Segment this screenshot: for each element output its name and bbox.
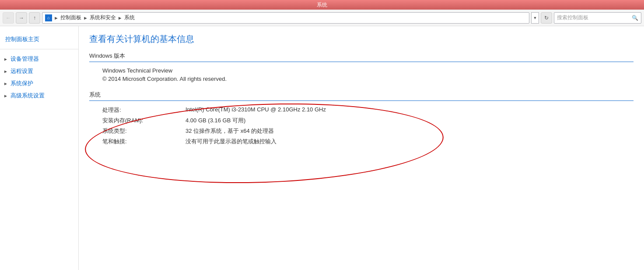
address-box[interactable]: ⌂ ► 控制面板 ► 系统和安全 ► 系统	[42, 12, 529, 24]
search-icon: 🔍	[632, 15, 638, 21]
refresh-icon: ↻	[544, 15, 549, 21]
windows-version-section: Windows 版本 Windows Technical Preview © 2…	[89, 52, 634, 82]
windows-version-name: Windows Technical Preview	[89, 67, 634, 74]
back-button[interactable]: ←	[3, 12, 14, 24]
copyright-text: © 2014 Microsoft Corporation. All rights…	[89, 76, 634, 82]
sidebar-item-device-manager[interactable]: ► 设备管理器	[0, 53, 78, 65]
forward-button[interactable]: →	[16, 12, 27, 24]
breadcrumb-sep-0: ►	[54, 15, 59, 21]
arrow-icon-3: ►	[4, 81, 8, 86]
breadcrumb-sep-2: ►	[118, 15, 122, 21]
ram-value: 4.00 GB (3.16 GB 可用)	[186, 117, 245, 125]
system-section: 系统 处理器: Intel(R) Core(TM) i3-2310M CPU @…	[89, 91, 634, 145]
title-text: 系统	[317, 1, 327, 9]
breadcrumb-sep-1: ►	[83, 15, 88, 21]
up-button[interactable]: ↑	[29, 12, 40, 24]
breadcrumb-part-1[interactable]: 系统和安全	[90, 14, 116, 21]
breadcrumb-part-2[interactable]: 系统	[124, 14, 135, 21]
sidebar-label-device-manager: 设备管理器	[10, 55, 39, 63]
breadcrumb-part-0[interactable]: 控制面板	[60, 14, 81, 21]
sidebar-label-system-protection: 系统保护	[10, 80, 33, 87]
folder-icon: ⌂	[45, 14, 52, 21]
main-content: 控制面板主页 ► 设备管理器 ► 远程设置 ► 系统保护 ► 高级系统设置 查看…	[0, 26, 644, 270]
dropdown-icon: ▼	[533, 16, 537, 20]
sidebar-label-remote-settings: 远程设置	[10, 67, 33, 75]
address-bar: ← → ↑ ⌂ ► 控制面板 ► 系统和安全 ► 系统 ▼ ↻ 搜索控制面板 🔍	[0, 10, 644, 26]
processor-value: Intel(R) Core(TM) i3-2310M CPU @ 2.10GHz…	[186, 106, 326, 114]
system-section-header: 系统	[89, 91, 634, 101]
back-icon: ←	[6, 15, 11, 21]
sidebar-label-advanced-settings: 高级系统设置	[10, 92, 45, 100]
sidebar-item-remote-settings[interactable]: ► 远程设置	[0, 65, 78, 77]
search-placeholder: 搜索控制面板	[557, 14, 588, 21]
sidebar-item-advanced-settings[interactable]: ► 高级系统设置	[0, 90, 78, 102]
address-dropdown-button[interactable]: ▼	[531, 12, 539, 24]
table-row: 笔和触摸: 没有可用于此显示器的笔或触控输入	[89, 138, 634, 145]
arrow-icon-2: ►	[4, 69, 8, 74]
content-area: 查看有关计算机的基本信息 Windows 版本 Windows Technica…	[79, 26, 644, 270]
system-type-label: 系统类型:	[89, 127, 186, 135]
pen-touch-value: 没有可用于此显示器的笔或触控输入	[186, 138, 276, 145]
sidebar-divider	[0, 49, 78, 49]
arrow-icon: ►	[4, 57, 8, 62]
arrow-icon-4: ►	[4, 93, 8, 98]
sidebar-item-system-protection[interactable]: ► 系统保护	[0, 77, 78, 90]
up-icon: ↑	[33, 15, 36, 21]
windows-version-header: Windows 版本	[89, 52, 634, 62]
refresh-button[interactable]: ↻	[541, 12, 552, 24]
table-row: 系统类型: 32 位操作系统，基于 x64 的处理器	[89, 127, 634, 135]
ram-label: 安装内存(RAM):	[89, 117, 186, 125]
sidebar: 控制面板主页 ► 设备管理器 ► 远程设置 ► 系统保护 ► 高级系统设置	[0, 26, 79, 270]
table-row: 处理器: Intel(R) Core(TM) i3-2310M CPU @ 2.…	[89, 106, 634, 114]
forward-icon: →	[19, 15, 24, 21]
system-type-value: 32 位操作系统，基于 x64 的处理器	[186, 127, 274, 135]
page-title: 查看有关计算机的基本信息	[89, 33, 634, 45]
sidebar-home-link[interactable]: 控制面板主页	[0, 33, 78, 45]
processor-label: 处理器:	[89, 106, 186, 114]
search-box[interactable]: 搜索控制面板 🔍	[554, 12, 641, 24]
title-bar: 系统	[0, 0, 644, 10]
table-row: 安装内存(RAM): 4.00 GB (3.16 GB 可用)	[89, 117, 634, 125]
pen-touch-label: 笔和触摸:	[89, 138, 186, 145]
